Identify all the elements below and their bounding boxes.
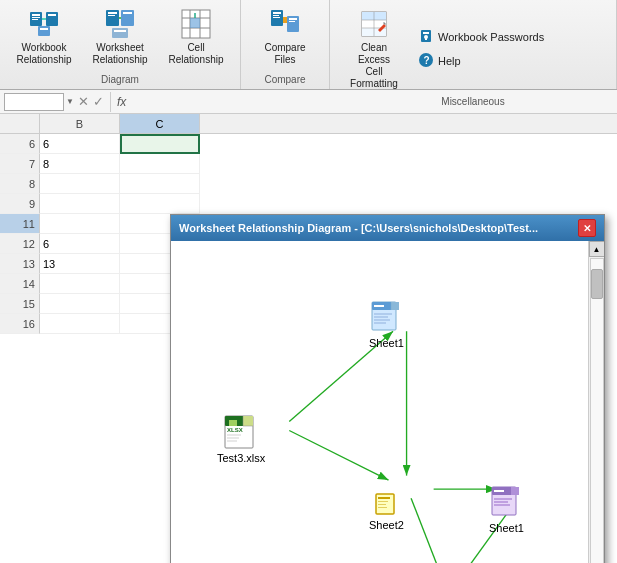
svg-rect-7 — [38, 26, 50, 36]
ribbon-group-compare-label: Compare — [264, 74, 305, 85]
cell-b15[interactable] — [40, 314, 120, 334]
confirm-formula-icon[interactable]: ✓ — [93, 94, 104, 109]
ribbon-group-diagram-label: Diagram — [101, 74, 139, 85]
svg-rect-2 — [32, 17, 40, 18]
formula-separator — [110, 92, 111, 112]
workbook-rel-icon — [28, 8, 60, 40]
svg-rect-69 — [374, 319, 390, 321]
sheet2-icon — [375, 493, 397, 517]
svg-rect-58 — [227, 434, 241, 436]
node-sheet1-right[interactable]: Sheet1 — [489, 486, 524, 534]
svg-rect-25 — [273, 12, 281, 14]
sheet1-right-label: Sheet1 — [489, 522, 524, 534]
cell-c6[interactable] — [120, 134, 200, 154]
compare-files-icon — [269, 8, 301, 40]
cell-rel-icon — [180, 8, 212, 40]
svg-rect-10 — [108, 12, 117, 14]
cell-b14[interactable] — [40, 294, 120, 314]
svg-rect-56 — [229, 420, 237, 426]
cell-b13[interactable] — [40, 274, 120, 294]
node-test3[interactable]: XLSX Test3.xlsx — [217, 414, 265, 464]
svg-line-53 — [411, 498, 443, 563]
svg-line-49 — [289, 430, 388, 480]
cell-rel-label: Cell Relationship — [166, 42, 226, 66]
cell-relationship-button[interactable]: Cell Relationship — [160, 4, 232, 70]
fx-label: fx — [117, 95, 126, 109]
cell-b10[interactable] — [40, 214, 120, 234]
svg-rect-26 — [273, 15, 279, 16]
ribbon-group-compare: Compare Files Compare — [241, 0, 330, 89]
worksheet-relationship-dialog: Worksheet Relationship Diagram - [C:\Use… — [170, 214, 605, 563]
svg-rect-71 — [391, 302, 399, 310]
svg-rect-29 — [289, 18, 297, 20]
name-box-dropdown[interactable]: ▼ — [4, 93, 74, 111]
svg-rect-61 — [243, 416, 253, 426]
row-num-12: 13 — [0, 254, 40, 274]
row-num-10: 11 — [0, 214, 40, 234]
name-box[interactable] — [4, 93, 64, 111]
formula-controls: ✕ ✓ — [78, 94, 104, 109]
cell-b6[interactable]: 6 — [40, 134, 120, 154]
clean-excess-icon — [358, 8, 390, 40]
workbook-relationship-button[interactable]: Workbook Relationship — [8, 4, 80, 70]
worksheet-rel-label: Worksheet Relationship — [90, 42, 150, 66]
worksheet-relationship-button[interactable]: Worksheet Relationship — [84, 4, 156, 70]
ribbon-group-misc-label: Miscellaneous — [338, 96, 608, 107]
cell-b12[interactable]: 13 — [40, 254, 120, 274]
clean-excess-button[interactable]: Clean ExcessCell Formatting — [338, 4, 410, 94]
scroll-up-button[interactable]: ▲ — [589, 241, 605, 257]
cell-b9[interactable] — [40, 194, 120, 214]
cancel-formula-icon[interactable]: ✕ — [78, 94, 89, 109]
cell-b7[interactable]: 8 — [40, 154, 120, 174]
cell-c8[interactable] — [120, 174, 200, 194]
svg-rect-5 — [48, 14, 56, 16]
svg-rect-70 — [374, 322, 386, 324]
worksheet-rel-icon — [104, 8, 136, 40]
row-num-11: 12 — [0, 234, 40, 254]
cell-c7[interactable] — [120, 154, 200, 174]
row-header-spacer — [0, 114, 40, 133]
svg-rect-59 — [227, 437, 239, 439]
diagram-area[interactable]: XLSX Test3.xlsx — [171, 241, 588, 563]
ribbon-group-misc: Clean ExcessCell Formatting Workbook Pas… — [330, 0, 617, 89]
row-num-14: 15 — [0, 294, 40, 314]
close-icon: ✕ — [583, 223, 591, 234]
svg-rect-16 — [114, 30, 126, 32]
scroll-track-right[interactable] — [590, 258, 604, 563]
cell-c9[interactable] — [120, 194, 200, 214]
row-num-6: 6 — [0, 134, 40, 154]
table-row: 7 8 — [0, 154, 617, 174]
node-sheet2[interactable]: Sheet2 — [369, 493, 404, 531]
name-box-arrow[interactable]: ▼ — [66, 97, 74, 106]
svg-rect-84 — [511, 487, 519, 495]
scrollbar-right[interactable]: ▲ ▼ — [588, 241, 604, 563]
scroll-thumb-right[interactable] — [591, 269, 603, 299]
help-label: Help — [438, 55, 461, 67]
svg-rect-68 — [374, 316, 388, 318]
node-sheet1-top[interactable]: Sheet1 — [369, 301, 404, 349]
svg-rect-8 — [40, 28, 48, 30]
sheet1-right-icon — [491, 486, 521, 520]
svg-rect-27 — [273, 17, 280, 18]
col-header-b[interactable]: B — [40, 114, 120, 133]
ribbon-group-diagram: Workbook Relationship Work — [0, 0, 241, 89]
col-headers: B C — [0, 114, 617, 134]
misc-group-top: Clean ExcessCell Formatting Workbook Pas… — [338, 4, 608, 94]
help-button[interactable]: ? Help — [414, 50, 548, 72]
svg-rect-15 — [112, 28, 128, 38]
svg-rect-81 — [494, 498, 512, 500]
dialog-close-button[interactable]: ✕ — [578, 219, 596, 237]
help-icon: ? — [418, 52, 434, 70]
cell-b8[interactable] — [40, 174, 120, 194]
svg-rect-80 — [494, 490, 504, 492]
clean-excess-container: Clean ExcessCell Formatting — [338, 4, 410, 94]
sheet1-top-icon — [371, 301, 401, 335]
col-header-c[interactable]: C — [120, 114, 200, 133]
table-row: 9 — [0, 194, 617, 214]
workbook-passwords-button[interactable]: Workbook Passwords — [414, 26, 548, 48]
cell-b11[interactable]: 6 — [40, 234, 120, 254]
row-num-9: 9 — [0, 194, 40, 214]
row-num-8: 8 — [0, 174, 40, 194]
table-row: 6 6 — [0, 134, 617, 154]
compare-files-button[interactable]: Compare Files — [249, 4, 321, 70]
